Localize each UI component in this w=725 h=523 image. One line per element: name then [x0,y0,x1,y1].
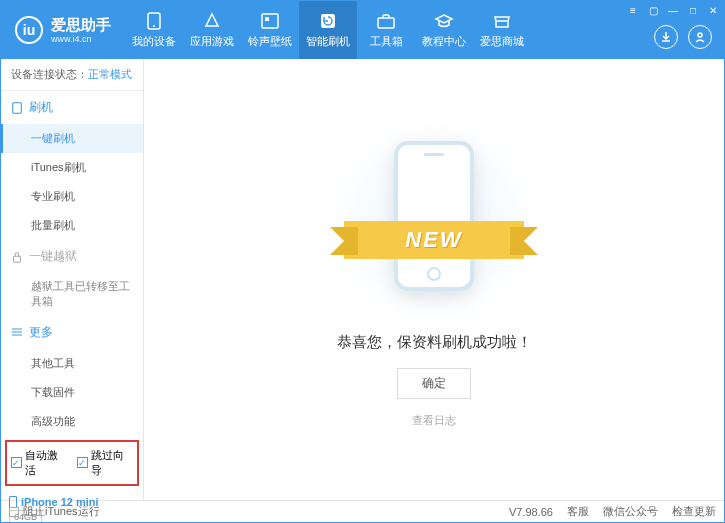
main-nav: 我的设备 应用游戏 铃声壁纸 智能刷机 工具箱 教程中心 爱思商城 [125,1,531,59]
section-label: 刷机 [29,99,53,116]
sidebar-item-other[interactable]: 其他工具 [1,349,143,378]
chk-label: 自动激活 [25,448,67,478]
view-log-link[interactable]: 查看日志 [412,413,456,428]
app-title: 爱思助手 [51,16,111,34]
sidebar-item-advanced[interactable]: 高级功能 [1,407,143,436]
success-message: 恭喜您，保资料刷机成功啦！ [337,333,532,352]
phone-icon [11,102,23,114]
sidebar: 设备连接状态：正常模式 刷机 一键刷机 iTunes刷机 专业刷机 批量刷机 一… [1,59,144,500]
sidebar-item-oneclick[interactable]: 一键刷机 [1,124,143,153]
nav-label: 我的设备 [132,34,176,49]
nav-label: 教程中心 [422,34,466,49]
store-icon [492,12,512,30]
section-label: 更多 [29,324,53,341]
chk-label: 跳过向导 [91,448,133,478]
chk-label: 阻止iTunes运行 [23,504,100,519]
logo-icon: iu [15,16,43,44]
connection-status: 设备连接状态：正常模式 [1,59,143,91]
success-illustration: NEW [334,131,534,311]
svg-rect-7 [13,102,22,112]
options-highlight: ✓自动激活 ✓跳过向导 [5,440,139,486]
svg-point-1 [153,25,155,27]
apps-icon [202,12,222,30]
phone-icon [144,12,164,30]
version-label: V7.98.66 [509,506,553,518]
sidebar-item-batch[interactable]: 批量刷机 [1,211,143,240]
section-more[interactable]: 更多 [1,316,143,349]
update-link[interactable]: 检查更新 [672,504,716,519]
support-link[interactable]: 客服 [567,504,589,519]
checkbox-block-itunes[interactable]: 阻止iTunes运行 [9,504,100,519]
app-header: iu 爱思助手 www.i4.cn 我的设备 应用游戏 铃声壁纸 智能刷机 工具… [1,1,724,59]
phone-illustration-icon [394,141,474,291]
graduation-icon [434,12,454,30]
status-value: 正常模式 [88,68,132,80]
sidebar-item-itunes[interactable]: iTunes刷机 [1,153,143,182]
new-ribbon: NEW [344,221,524,259]
window-controls: ≡ ▢ — □ ✕ [626,3,720,17]
ok-button[interactable]: 确定 [397,368,471,399]
user-icon[interactable] [688,25,712,49]
nav-tutorials[interactable]: 教程中心 [415,1,473,59]
checkbox-icon [9,507,19,517]
check-icon: ✓ [77,457,88,468]
maximize-icon[interactable]: □ [686,3,700,17]
svg-rect-5 [378,18,394,28]
main-content: NEW 恭喜您，保资料刷机成功啦！ 确定 查看日志 [144,59,724,500]
app-url: www.i4.cn [51,34,111,45]
svg-rect-2 [262,14,278,28]
logo: iu 爱思助手 www.i4.cn [1,16,125,45]
nav-label: 爱思商城 [480,34,524,49]
check-icon: ✓ [11,457,22,468]
nav-flash[interactable]: 智能刷机 [299,1,357,59]
sidebar-item-download[interactable]: 下载固件 [1,378,143,407]
skin-icon[interactable]: ▢ [646,3,660,17]
checkbox-auto-activate[interactable]: ✓自动激活 [11,448,67,478]
nav-ringtones[interactable]: 铃声壁纸 [241,1,299,59]
nav-label: 工具箱 [370,34,403,49]
checkbox-skip-guide[interactable]: ✓跳过向导 [77,448,133,478]
menu-icon[interactable]: ≡ [626,3,640,17]
close-icon[interactable]: ✕ [706,3,720,17]
refresh-icon [318,12,338,30]
wallpaper-icon [260,12,280,30]
section-flash[interactable]: 刷机 [1,91,143,124]
jailbreak-note: 越狱工具已转移至工具箱 [1,273,143,316]
status-label: 设备连接状态： [11,68,88,80]
svg-rect-3 [265,17,269,21]
nav-store[interactable]: 爱思商城 [473,1,531,59]
lock-icon [11,251,23,263]
nav-label: 智能刷机 [306,34,350,49]
nav-label: 应用游戏 [190,34,234,49]
download-icon[interactable] [654,25,678,49]
sidebar-item-pro[interactable]: 专业刷机 [1,182,143,211]
toolbox-icon [376,12,396,30]
nav-apps[interactable]: 应用游戏 [183,1,241,59]
svg-point-6 [698,33,702,37]
nav-my-device[interactable]: 我的设备 [125,1,183,59]
menu-icon [11,326,23,338]
section-jailbreak[interactable]: 一键越狱 [1,240,143,273]
wechat-link[interactable]: 微信公众号 [603,504,658,519]
nav-toolbox[interactable]: 工具箱 [357,1,415,59]
nav-label: 铃声壁纸 [248,34,292,49]
section-label: 一键越狱 [29,248,77,265]
svg-rect-8 [14,256,21,262]
minimize-icon[interactable]: — [666,3,680,17]
